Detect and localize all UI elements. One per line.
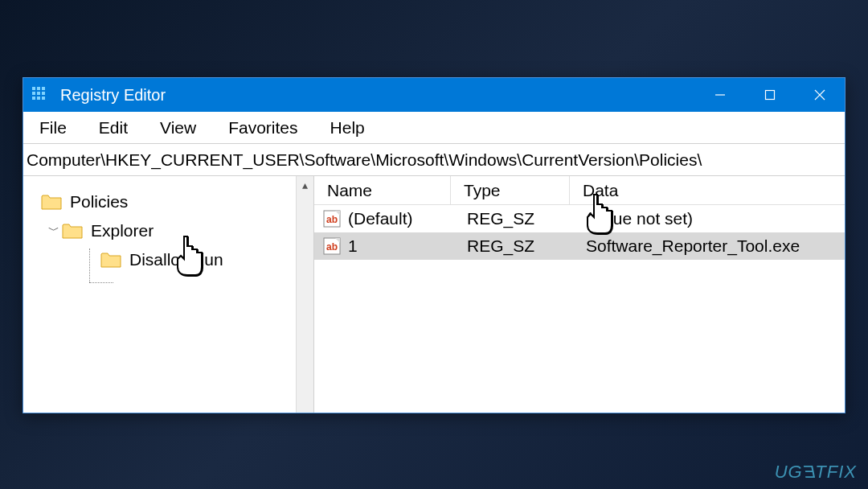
value-row-default[interactable]: ab (Default) REG_SZ (value not set) [314,205,845,232]
column-header-data[interactable]: Data [570,176,845,204]
minimize-button[interactable] [695,78,745,112]
value-name: (Default) [348,209,454,228]
column-headers: Name Type Data [314,176,845,205]
folder-icon [62,222,83,240]
column-header-name[interactable]: Name [314,176,451,204]
menu-file[interactable]: File [35,115,72,141]
window-title: Registry Editor [57,86,166,105]
close-button[interactable] [795,78,845,112]
menu-view[interactable]: View [155,115,201,141]
svg-rect-8 [42,97,45,100]
menubar: File Edit View Favorites Help [23,112,845,144]
value-name: 1 [348,236,454,256]
svg-rect-2 [42,87,45,90]
tree-scrollbar[interactable]: ▴ [296,176,313,413]
chevron-down-icon[interactable]: ﹀ [46,224,62,238]
value-data: (value not set) [573,209,845,228]
tree-node-disallowrun[interactable]: DisallowRun [23,245,313,274]
address-bar[interactable]: Computer\HKEY_CURRENT_USER\Software\Micr… [23,144,845,176]
svg-rect-5 [42,92,45,95]
folder-icon [100,251,121,269]
titlebar[interactable]: Registry Editor [23,78,845,112]
value-data: Software_Reporter_Tool.exe [573,236,845,256]
tree-label: Explorer [91,221,154,240]
svg-rect-6 [32,97,35,100]
tree-label: DisallowRun [129,250,223,269]
value-type: REG_SZ [454,209,573,228]
window-controls [695,78,845,112]
maximize-button[interactable] [745,78,795,112]
registry-tree: Policies ﹀ Explorer DisallowRun [23,187,313,274]
value-type: REG_SZ [454,236,573,256]
svg-rect-3 [32,92,35,95]
watermark: UGETFIX [775,462,857,483]
menu-edit[interactable]: Edit [94,115,133,141]
folder-icon [41,193,62,211]
string-value-icon: ab [322,236,342,256]
menu-help[interactable]: Help [326,115,370,141]
column-header-type[interactable]: Type [451,176,570,204]
svg-rect-1 [37,87,40,90]
svg-rect-0 [32,87,35,90]
tree-node-explorer[interactable]: ﹀ Explorer [23,216,313,245]
string-value-icon: ab [322,209,342,228]
address-path: Computer\HKEY_CURRENT_USER\Software\Micr… [27,150,702,170]
tree-label: Policies [70,192,128,212]
menu-favorites[interactable]: Favorites [223,115,302,141]
svg-rect-7 [37,97,40,100]
scroll-up-icon[interactable]: ▴ [297,176,313,194]
svg-rect-10 [766,91,775,100]
svg-text:ab: ab [326,214,338,225]
regedit-app-icon [23,78,57,112]
tree-pane[interactable]: Policies ﹀ Explorer DisallowRun ▴ [23,176,314,413]
tree-node-policies[interactable]: Policies [23,187,313,216]
svg-text:ab: ab [326,241,338,253]
client-area: Policies ﹀ Explorer DisallowRun ▴ [23,176,845,413]
values-pane[interactable]: Name Type Data ab (Default) REG_SZ (valu… [314,176,845,413]
value-row-1[interactable]: ab 1 REG_SZ Software_Reporter_Tool.exe [314,232,845,260]
registry-editor-window: Registry Editor File Edit View Favorites… [23,77,845,413]
svg-rect-4 [37,92,40,95]
